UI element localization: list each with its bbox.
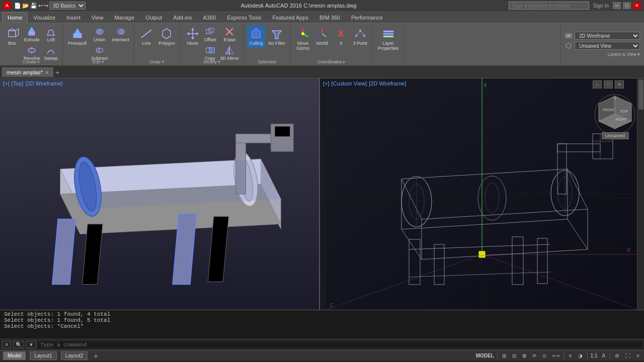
btn-movegizmo[interactable]: MoveGizmo	[294, 25, 312, 53]
tab-model[interactable]: Model	[3, 351, 26, 360]
command-search-btn[interactable]: 🔍	[13, 341, 24, 348]
group-modify-title: Modify ▾	[181, 59, 244, 64]
group-draw-title: Draw ▾	[134, 59, 180, 64]
loft-icon	[45, 26, 56, 37]
viewport-minimize[interactable]: ─	[593, 80, 602, 88]
tab-layout2[interactable]: Layout2	[61, 351, 88, 360]
svg-text:Y: Y	[484, 83, 487, 88]
viewport-close[interactable]: ✕	[615, 80, 624, 88]
svg-marker-30	[225, 47, 229, 54]
close-button[interactable]: ✕	[633, 2, 641, 9]
otrack-btn[interactable]: ⟼	[551, 353, 561, 358]
osnap-btn[interactable]: ⊙	[541, 353, 548, 358]
annotation-btn[interactable]: A	[600, 353, 607, 358]
scrollbar-thumb[interactable]	[638, 79, 643, 110]
ribbon-panel: Box Extrude Revolve	[0, 23, 644, 66]
svg-marker-1	[9, 29, 16, 31]
polar-btn[interactable]: ⟳	[531, 353, 538, 358]
group-coordinates: MoveGizmo World X X 3 Point	[291, 23, 373, 65]
viewport-left[interactable]: [+] [Top] [2D Wireframe]	[0, 78, 320, 310]
scrollbar-right[interactable]	[637, 78, 644, 310]
btn-line[interactable]: Line	[137, 25, 155, 48]
svg-rect-8	[73, 34, 82, 38]
minimize-button[interactable]: ─	[613, 2, 621, 9]
search-input[interactable]	[509, 2, 589, 10]
tab-expresstools[interactable]: Express Tools	[221, 12, 267, 23]
group-modify: Move Offset Copy	[181, 23, 244, 65]
unsaved-view-dropdown[interactable]: Unsaved View	[575, 42, 640, 50]
tab-a360[interactable]: A360	[197, 12, 221, 23]
svg-text:X: X	[338, 30, 344, 38]
btn-erase[interactable]: Erase	[219, 25, 241, 43]
qa-open[interactable]: 📂	[22, 3, 29, 9]
culling-icon	[249, 27, 263, 41]
tab-insert[interactable]: Insert	[61, 12, 86, 23]
x-label: X	[340, 41, 343, 46]
grid-btn[interactable]: ⊞	[501, 353, 508, 358]
viewport-maximize[interactable]: □	[604, 80, 613, 88]
move-label: Move	[187, 41, 198, 46]
btn-x-axis[interactable]: X X	[332, 25, 350, 48]
intersect-label: Intersect	[112, 37, 130, 42]
maximize-button[interactable]: □	[623, 2, 631, 9]
doc-tab-close[interactable]: ✕	[45, 70, 49, 75]
command-input[interactable]	[38, 342, 642, 348]
snap-btn[interactable]: ⊟	[511, 353, 518, 358]
wireframe-dropdown[interactable]: 2D Wireframe	[575, 32, 640, 40]
doc-tab-mesinamplas[interactable]: mesin amplas* ✕	[2, 67, 53, 77]
btn-box[interactable]: Box	[3, 25, 21, 48]
viewport-right-header[interactable]: [+] [Custom View] [2D Wireframe]	[323, 80, 406, 86]
group-edit: Presspull Union Subtract	[63, 23, 134, 65]
view-cube[interactable]: TOP FRONT RIGHT N Unnamed	[594, 94, 636, 136]
btn-world[interactable]: World	[313, 25, 331, 48]
btn-loft[interactable]: Loft	[43, 25, 60, 43]
tab-addins[interactable]: Add-ins	[168, 12, 197, 23]
tab-performance[interactable]: Performance	[346, 12, 388, 23]
tab-output[interactable]: Output	[140, 12, 168, 23]
tab-featuredapps[interactable]: Featured Apps	[267, 12, 314, 23]
viewport-left-header[interactable]: [+] [Top] [2D Wireframe]	[3, 80, 62, 86]
btn-culling[interactable]: Culling	[247, 25, 265, 48]
btn-extrude[interactable]: Extrude	[22, 25, 42, 43]
btn-intersect[interactable]: Intersect	[111, 25, 131, 43]
lineweight-btn[interactable]: ≡	[568, 353, 574, 358]
workspace-switch-btn[interactable]: ⚙	[613, 353, 621, 358]
tab-visualize[interactable]: Visualize	[28, 12, 61, 23]
tab-view[interactable]: View	[86, 12, 109, 23]
svg-marker-20	[191, 28, 194, 30]
qa-save[interactable]: 💾	[30, 3, 37, 9]
command-close-btn[interactable]: ✕	[2, 341, 11, 348]
viewport-left-canvas[interactable]	[0, 78, 319, 310]
btn-3point[interactable]: 3 Point	[351, 25, 369, 48]
group-draw: Line Polygon Draw ▾	[134, 23, 181, 65]
offset-label: Offset	[204, 37, 216, 42]
qa-redo[interactable]: ↪	[44, 3, 48, 9]
command-dropdown-btn[interactable]: ▼	[26, 341, 36, 348]
btn-presspull[interactable]: Presspull	[66, 25, 89, 48]
svg-rect-71	[275, 126, 290, 136]
ortho-btn[interactable]: ⊠	[521, 353, 528, 358]
tab-layout1[interactable]: Layout1	[30, 351, 57, 360]
tab-home[interactable]: Home	[2, 12, 28, 23]
qa-undo[interactable]: ↩	[38, 3, 43, 9]
new-tab-button[interactable]: +	[53, 68, 61, 76]
tab-bim360[interactable]: BIM 360	[314, 12, 346, 23]
btn-nofilter[interactable]: No Filter	[266, 25, 287, 48]
fullscreen-btn[interactable]: ⛶	[624, 353, 632, 358]
world-label: World	[316, 41, 328, 46]
btn-offset[interactable]: Offset	[203, 25, 218, 43]
transparency-btn[interactable]: ◑	[577, 353, 584, 358]
btn-polygon[interactable]: Polygon	[156, 25, 177, 48]
group-layers: LayerProperties	[373, 23, 404, 65]
btn-move[interactable]: Move	[184, 25, 202, 48]
btn-union[interactable]: Union	[90, 25, 110, 43]
svg-rect-53	[567, 35, 571, 37]
btn-layerproperties[interactable]: LayerProperties	[376, 25, 400, 53]
customization-btn[interactable]: ≡	[635, 353, 641, 358]
viewport-right[interactable]: [+] [Custom View] [2D Wireframe] ─ □ ✕	[320, 78, 644, 310]
tab-manage[interactable]: Manage	[109, 12, 140, 23]
workspace-dropdown[interactable]: 3D Basics	[49, 2, 86, 10]
signin-btn[interactable]: Sign In	[593, 3, 609, 9]
qa-new[interactable]: 📄	[14, 3, 21, 9]
add-layout-btn[interactable]: +	[92, 352, 100, 360]
